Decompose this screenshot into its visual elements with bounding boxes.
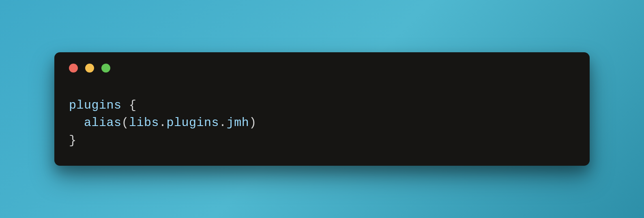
- code-property: libs: [129, 116, 159, 130]
- minimize-icon[interactable]: [85, 64, 94, 73]
- code-brace-close: }: [69, 134, 77, 147]
- code-window: plugins { alias(libs.plugins.jmh) }: [54, 52, 590, 166]
- code-dot: .: [159, 116, 167, 130]
- code-property: jmh: [227, 116, 249, 130]
- window-controls: [69, 64, 575, 73]
- code-brace-open: {: [122, 98, 137, 112]
- code-indent: [69, 116, 84, 130]
- code-paren-close: ): [249, 116, 257, 130]
- code-property: plugins: [167, 116, 219, 130]
- close-icon[interactable]: [69, 64, 78, 73]
- code-function: alias: [84, 116, 122, 130]
- code-dot: .: [219, 116, 227, 130]
- code-block: plugins { alias(libs.plugins.jmh) }: [69, 97, 575, 150]
- code-paren-open: (: [122, 116, 129, 130]
- code-keyword: plugins: [69, 98, 122, 112]
- maximize-icon[interactable]: [101, 64, 110, 73]
